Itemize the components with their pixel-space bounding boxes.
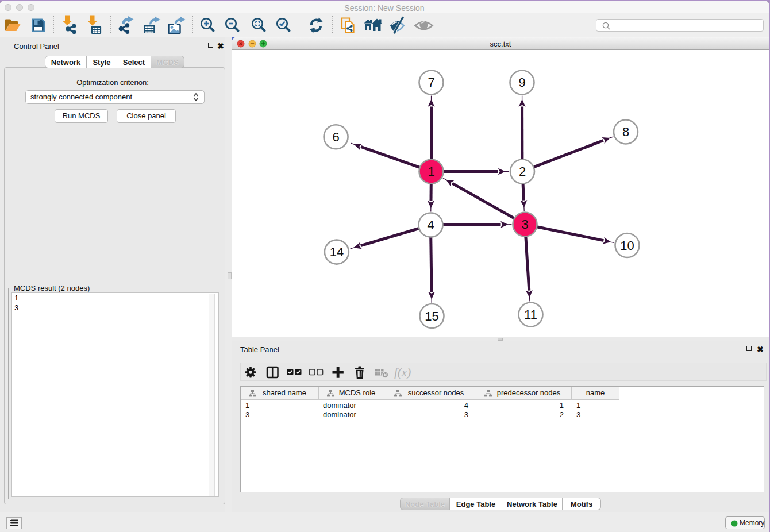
svg-text:4: 4 [427, 218, 434, 232]
svg-text:f(x): f(x) [394, 365, 411, 379]
svg-text:8: 8 [622, 125, 629, 139]
svg-text:3: 3 [521, 217, 528, 232]
svg-text:10: 10 [620, 238, 634, 253]
svg-text:15: 15 [425, 309, 438, 323]
svg-text:14: 14 [330, 245, 344, 259]
svg-text:6: 6 [332, 130, 339, 144]
svg-text:1: 1 [428, 164, 434, 179]
svg-text:9: 9 [518, 75, 525, 90]
svg-text:2: 2 [519, 164, 526, 179]
svg-text:7: 7 [428, 75, 434, 90]
svg-text:11: 11 [524, 307, 537, 322]
